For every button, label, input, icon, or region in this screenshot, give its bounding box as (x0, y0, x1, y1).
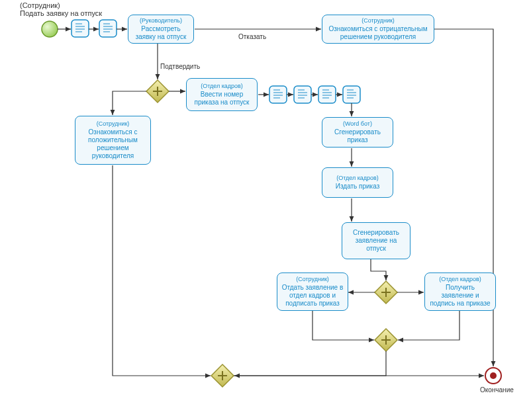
task-review-request[interactable]: (Руководитель) Рассмотреть заявку на отп… (128, 15, 194, 44)
svg-rect-1 (99, 20, 117, 37)
svg-point-11 (490, 372, 497, 379)
label-end: Окончание (480, 386, 514, 394)
title-performer: (Сотрудник) (20, 1, 102, 9)
performer: (Word бот) (343, 120, 372, 127)
svg-rect-2 (269, 86, 287, 103)
task-label: Ввести номер приказа на отпуск (191, 91, 253, 106)
gateway-join-final[interactable] (211, 364, 234, 387)
script-task-5[interactable] (318, 86, 336, 103)
task-submit-application[interactable]: (Сотрудник) Отдать заявление в отдел кад… (277, 273, 348, 311)
task-label: Сгенерировать приказ (326, 128, 389, 144)
svg-rect-0 (72, 20, 89, 37)
svg-rect-3 (294, 86, 311, 103)
script-task-2[interactable] (99, 20, 117, 37)
task-label: Ознакомиться с положительным решением ру… (79, 128, 146, 160)
diagram-canvas (0, 0, 531, 420)
task-label: Рассмотреть заявку на отпуск (132, 25, 189, 41)
start-event[interactable] (42, 21, 58, 37)
svg-rect-4 (318, 86, 336, 103)
flows (58, 29, 493, 376)
task-receive-application[interactable]: (Отдел кадров) Получить заявление и подп… (424, 273, 496, 311)
label-reject: Отказать (238, 33, 266, 40)
task-label: Ознакомиться с отрицательным решением ру… (326, 25, 430, 41)
performer: (Сотрудник) (296, 276, 329, 282)
gateway-confirm[interactable] (146, 80, 169, 103)
task-negative-decision[interactable]: (Сотрудник) Ознакомиться с отрицательным… (322, 15, 434, 44)
task-label: Отдать заявление в отдел кадров и подпис… (281, 284, 344, 308)
task-issue-order[interactable]: (Отдел кадров) Издать приказ (322, 167, 393, 198)
performer: (Сотрудник) (97, 120, 130, 127)
diagram-title: (Сотрудник) Подать заявку на отпуск (20, 1, 102, 17)
script-task-1[interactable] (72, 20, 89, 37)
task-enter-order-number[interactable]: (Отдел кадров) Ввести номер приказа на о… (186, 78, 258, 111)
performer: (Руководитель) (140, 17, 182, 24)
performer: (Отдел кадров) (439, 276, 481, 282)
script-task-4[interactable] (294, 86, 311, 103)
gateway-parallel-merge[interactable] (375, 281, 397, 304)
script-task-3[interactable] (269, 86, 287, 103)
svg-rect-5 (343, 86, 360, 103)
performer: (Сотрудник) (362, 17, 395, 24)
task-positive-decision[interactable]: (Сотрудник) Ознакомиться с положительным… (75, 116, 151, 165)
task-label: Получить заявление и подпись на приказе (429, 284, 491, 308)
end-event[interactable] (485, 368, 501, 384)
performer: (Отдел кадров) (201, 83, 243, 89)
title-task: Подать заявку на отпуск (20, 9, 102, 17)
task-generate-order[interactable]: (Word бот) Сгенерировать приказ (322, 117, 393, 147)
task-label: Издать приказ (336, 183, 380, 190)
gateway-join-1[interactable] (375, 329, 397, 351)
label-confirm: Подтвердить (160, 63, 200, 70)
performer: (Отдел кадров) (336, 175, 379, 181)
task-label: Сгенерировать заявление на отпуск (346, 229, 406, 253)
script-task-6[interactable] (343, 86, 360, 103)
task-generate-application[interactable]: Сгенерировать заявление на отпуск (342, 222, 410, 259)
